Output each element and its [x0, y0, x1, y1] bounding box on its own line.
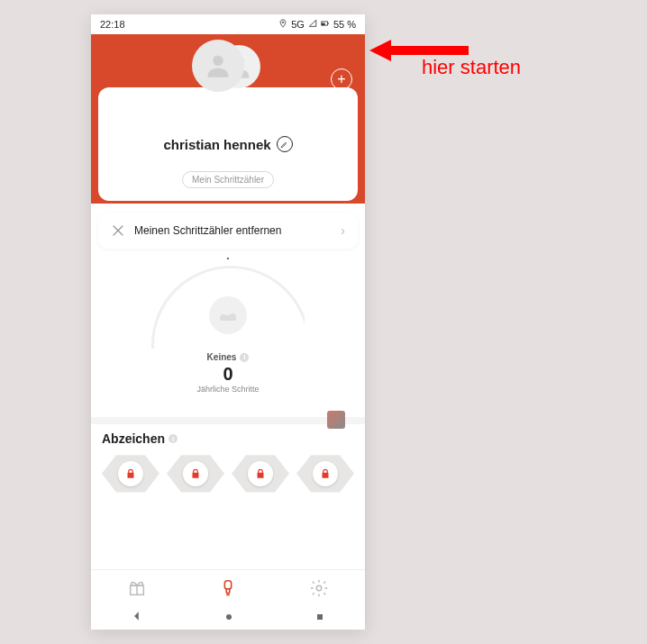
utensils-icon [111, 223, 125, 238]
lock-icon [313, 461, 338, 486]
tab-gifts[interactable] [91, 570, 182, 606]
svg-rect-10 [317, 614, 323, 620]
badges-title: Abzeichen [102, 431, 165, 446]
avatar-group[interactable] [192, 40, 264, 99]
svg-rect-2 [322, 23, 325, 26]
status-right: 5G 55 % [278, 19, 356, 30]
lock-icon [248, 461, 273, 486]
remove-stepcounter-row[interactable]: Meinen Schrittzähler entfernen › [98, 213, 358, 249]
gauge-value: 0 [223, 364, 232, 385]
badges-heading[interactable]: Abzeichen i [102, 431, 354, 446]
svg-point-5 [213, 56, 223, 66]
svg-point-0 [282, 22, 284, 23]
map-thumbnail[interactable] [327, 411, 345, 429]
profile-name: christian hennek [163, 137, 270, 152]
avatar-primary [192, 40, 244, 92]
info-icon[interactable]: i [169, 434, 178, 443]
nav-back[interactable] [131, 610, 143, 626]
status-time: 22:18 [100, 19, 125, 30]
android-nav [91, 606, 365, 630]
svg-point-8 [317, 585, 323, 591]
lock-icon [183, 461, 208, 486]
phone-frame: 22:18 5G 55 % + [91, 14, 365, 630]
section-divider [91, 417, 365, 424]
battery-icon [321, 19, 330, 30]
svg-rect-7 [224, 581, 231, 589]
profile-card: christian hennek Mein Schrittzähler [98, 87, 358, 201]
pager-dot: • [91, 254, 365, 262]
tab-settings[interactable] [274, 570, 365, 606]
gauge-sub: Jährliche Schritte [196, 385, 259, 394]
annotation-label: hier starten [422, 56, 521, 79]
plus-icon: + [337, 72, 345, 86]
nav-home[interactable] [223, 610, 234, 626]
badge-locked[interactable] [167, 453, 224, 494]
tab-activity[interactable] [182, 570, 273, 606]
gauge-keines: Keines [207, 352, 237, 362]
svg-point-9 [226, 614, 232, 620]
nav-recent[interactable] [314, 610, 325, 626]
badges-section: Abzeichen i [91, 424, 365, 502]
badge-locked[interactable] [232, 453, 289, 494]
chevron-right-icon: › [341, 223, 345, 238]
shoe-icon [209, 296, 247, 334]
status-net: 5G [291, 19, 305, 30]
badge-locked[interactable] [102, 453, 159, 494]
badges-row [102, 453, 354, 494]
status-battery: 55 % [333, 19, 356, 30]
tab-bar [91, 569, 365, 606]
edit-icon[interactable] [277, 136, 293, 152]
signal-icon [308, 19, 317, 30]
profile-name-row[interactable]: christian hennek [163, 136, 292, 152]
steps-gauge[interactable]: Keines i 0 Jährliche Schritte [91, 266, 365, 394]
remove-stepcounter-label: Meinen Schrittzähler entfernen [134, 224, 281, 237]
status-bar: 22:18 5G 55 % [91, 14, 365, 34]
location-icon [278, 19, 287, 30]
gauge-arc [151, 266, 305, 349]
header: + christian hennek Mein Schrittzähler [91, 34, 365, 204]
badge-locked[interactable] [296, 453, 354, 494]
gauge-status: Keines i [207, 352, 250, 362]
svg-rect-3 [328, 23, 329, 24]
stepcounter-chip[interactable]: Mein Schrittzähler [182, 171, 274, 188]
info-icon[interactable]: i [240, 353, 249, 362]
lock-icon [118, 461, 143, 486]
